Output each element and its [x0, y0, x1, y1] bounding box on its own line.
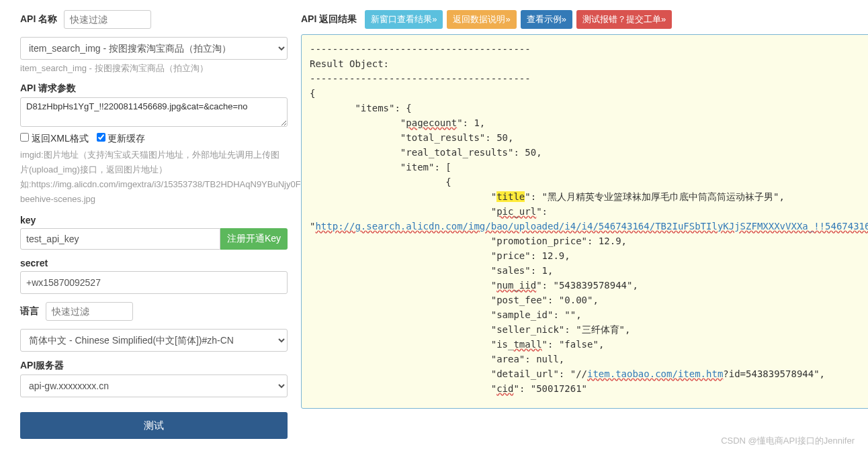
server-select[interactable]: api-gw.xxxxxxxx.cn: [20, 374, 288, 397]
cache-checkbox[interactable]: [97, 133, 105, 142]
lang-select[interactable]: 简体中文 - Chinese Simplified(中文[简体])#zh-CN: [20, 329, 288, 352]
watermark: CSDN @懂电商API接口的Jennifer: [721, 435, 855, 447]
tag-explain[interactable]: 返回数据说明»: [447, 10, 516, 29]
lang-label: 语言: [20, 305, 39, 316]
key-label: key: [20, 215, 36, 225]
xml-checkbox[interactable]: [20, 133, 29, 142]
cache-checkbox-wrap[interactable]: 更新缓存: [97, 133, 146, 144]
lang-filter[interactable]: [46, 302, 133, 321]
register-key-button[interactable]: 注册开通Key: [220, 228, 288, 250]
test-button[interactable]: 测试: [20, 412, 288, 439]
result-box[interactable]: ---------------------------------------R…: [301, 34, 868, 409]
api-select-help: item_search_img - 按图搜索淘宝商品（拍立淘）: [20, 62, 288, 74]
api-name-label: API 名称: [20, 13, 57, 24]
api-name-filter[interactable]: [64, 10, 151, 29]
form-panel: API 名称 item_search_img - 按图搜索淘宝商品（拍立淘） i…: [20, 10, 288, 451]
result-title: API 返回结果: [301, 13, 357, 26]
tag-example[interactable]: 查看示例»: [521, 10, 572, 29]
secret-input[interactable]: [20, 271, 288, 294]
result-panel: API 返回结果 新窗口查看结果» 返回数据说明» 查看示例» 测试报错？提交工…: [288, 10, 868, 451]
tag-new-window[interactable]: 新窗口查看结果»: [365, 10, 443, 29]
tag-report[interactable]: 测试报错？提交工单»: [576, 10, 672, 29]
xml-checkbox-wrap[interactable]: 返回XML格式: [20, 133, 89, 144]
req-params-label: API 请求参数: [20, 83, 76, 95]
req-help-text: imgid:图片地址（支持淘宝或天猫图片地址，外部地址先调用上传图片(uploa…: [20, 148, 288, 207]
secret-label: secret: [20, 258, 48, 268]
server-label: API服务器: [20, 360, 64, 372]
api-select[interactable]: item_search_img - 按图搜索淘宝商品（拍立淘）: [20, 37, 288, 60]
key-input[interactable]: [20, 228, 220, 250]
req-params-textarea[interactable]: [20, 97, 288, 127]
